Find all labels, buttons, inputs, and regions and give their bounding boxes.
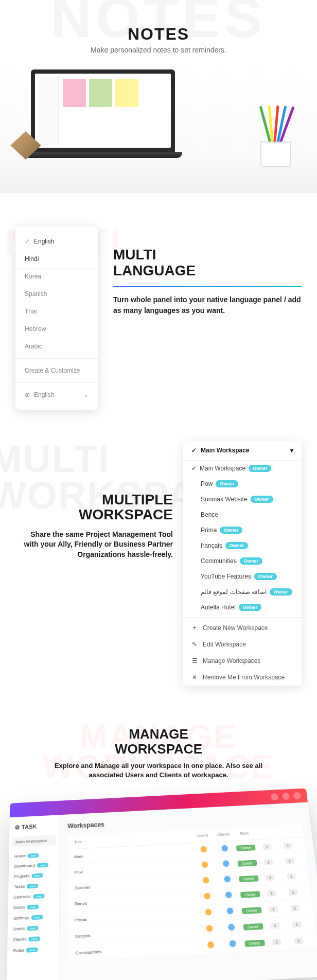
cell-title: Prima [75, 911, 198, 922]
action-label: Manage Workspaces [203, 657, 261, 664]
sidebar-badge: new [27, 904, 39, 909]
workspace-item[interactable]: françaisOwner [183, 538, 302, 553]
chevron-down-icon: ▾ [290, 447, 293, 454]
sidebar-item[interactable]: Rolesnew [10, 943, 56, 956]
count-badge: 1 [264, 859, 273, 865]
workspace-item[interactable]: PrimaOwner [183, 522, 302, 538]
workspace-name: Prima [201, 527, 217, 534]
lang-option-spanish[interactable]: Spanish [15, 285, 98, 303]
user-icon [200, 846, 207, 852]
count-badge: 1 [285, 857, 294, 864]
manage-ws-title: MANAGEWORKSPACE [10, 727, 307, 756]
owner-badge: Owner [251, 496, 273, 503]
workspace-name: Communities [201, 557, 237, 565]
notification-icon[interactable] [271, 793, 278, 800]
col-role: Role [234, 830, 255, 836]
cell-title: Bence [75, 895, 197, 906]
client-icon [224, 876, 231, 882]
notes-title: NOTES [0, 25, 317, 44]
lang-option-english[interactable]: ✓English [15, 233, 98, 250]
sidebar-label: Home [14, 853, 26, 859]
manage-workspace-section: MANAGEWORKSPACE MANAGEWORKSPACE Explore … [0, 706, 317, 980]
check-icon: ✓ [191, 465, 197, 472]
role-badge: Owner [244, 939, 265, 947]
owner-badge: Owner [270, 588, 292, 596]
workspace-name: Pow [201, 480, 213, 487]
sidebar-workspace-select[interactable]: Main Workspace [12, 835, 56, 847]
lang-option-arabic[interactable]: Arabic [15, 338, 98, 355]
workspace-name: Sunmax Website [201, 496, 248, 503]
workspace-name: YouTube Features [201, 573, 251, 580]
multi-ws-title: MULTIPLEWORKSPACE [15, 492, 173, 522]
client-icon [229, 940, 236, 947]
lang-option-hebrew[interactable]: Hebrew [15, 320, 98, 338]
col-title: Title [74, 833, 192, 844]
laptop-scene [0, 64, 317, 193]
owner-badge: Owner [249, 465, 271, 472]
workspace-item[interactable]: ✓Main WorkspaceOwner [183, 461, 302, 476]
sidebar-badge: new [29, 936, 41, 941]
col-clients: Clients [213, 831, 234, 837]
count-badge: 1 [270, 922, 279, 929]
user-icon [203, 877, 209, 883]
count-badge: 1 [284, 842, 292, 848]
check-icon: ✓ [25, 238, 30, 245]
workspace-item[interactable]: YouTube FeaturesOwner [183, 569, 302, 584]
workspace-dropdown[interactable]: ✓ Main Workspace ▾ ✓Main WorkspaceOwnerP… [183, 441, 302, 686]
workspace-item[interactable]: CommunitiesOwner [183, 553, 302, 569]
logo: ⚙ TASK [12, 820, 56, 833]
sidebar-badge: new [28, 853, 39, 857]
workspace-item[interactable]: Bence [183, 507, 302, 522]
check-icon: ✓ [191, 447, 197, 454]
lang-current[interactable]: ⊕English⌄ [15, 386, 98, 404]
role-badge: Owner [243, 923, 263, 930]
owner-badge: Owner [225, 542, 248, 549]
sidebar-badge: new [33, 893, 45, 898]
workspace-item[interactable]: Autella HotelOwner [183, 600, 302, 615]
client-icon [225, 891, 233, 898]
notes-subtitle: Make personalized notes to set reminders… [0, 46, 317, 54]
col-users: Users [192, 832, 213, 838]
workspace-item[interactable]: PowOwner [183, 476, 302, 492]
owner-badge: Owner [220, 527, 242, 534]
sidebar-badge: new [37, 862, 48, 867]
action-icon: ✕ [191, 674, 198, 681]
workspace-item[interactable]: Sunmax WebsiteOwner [183, 492, 302, 507]
avatar[interactable] [282, 792, 290, 799]
workspace-item[interactable]: اضافة صفحات لموقع قائمOwner [183, 584, 302, 600]
note-card [89, 79, 112, 107]
laptop [31, 69, 175, 162]
action-icon: ☰ [191, 657, 198, 664]
workspace-action[interactable]: ✕Remove Me From Workspace [183, 669, 302, 686]
sidebar-badge: new [27, 883, 38, 888]
owner-badge: Owner [254, 573, 277, 580]
count-badge: 1 [269, 905, 278, 912]
workspace-selected[interactable]: ✓ Main Workspace ▾ [183, 441, 302, 461]
user-icon [207, 941, 215, 948]
action-label: Edit Workspace [203, 641, 246, 648]
lang-option-korea[interactable]: Korea [15, 268, 98, 285]
workspace-action[interactable]: ✎Edit Workspace [183, 636, 302, 653]
workspace-action[interactable]: ☰Manage Workspaces [183, 653, 302, 669]
role-badge: Owner [237, 860, 257, 866]
lang-option-thai[interactable]: Thai [15, 303, 98, 320]
client-icon [221, 845, 228, 851]
cell-title: Main [74, 848, 193, 859]
sidebar-label: Notes [13, 904, 25, 910]
workspace-name: français [201, 542, 222, 549]
role-badge: Owner [241, 906, 262, 914]
count-badge: 1 [289, 888, 298, 895]
count-badge: 1 [290, 904, 300, 911]
count-badge: 1 [294, 937, 303, 943]
menu-icon[interactable] [293, 792, 302, 799]
multi-ws-desc: Share the same Project Management Tool w… [15, 530, 173, 560]
lang-customize[interactable]: Create & Customize [15, 362, 98, 379]
sidebar-label: Users [13, 925, 25, 931]
count-badge: 1 [292, 921, 302, 927]
client-icon [223, 860, 230, 867]
lang-option-hindi[interactable]: Hindi [15, 250, 98, 268]
language-dropdown[interactable]: ✓English Hindi Korea Spanish Thai Hebrew… [15, 226, 98, 410]
owner-badge: Owner [239, 604, 261, 611]
action-icon: + [191, 624, 198, 632]
workspace-action[interactable]: +Create New Workspace [183, 620, 302, 636]
